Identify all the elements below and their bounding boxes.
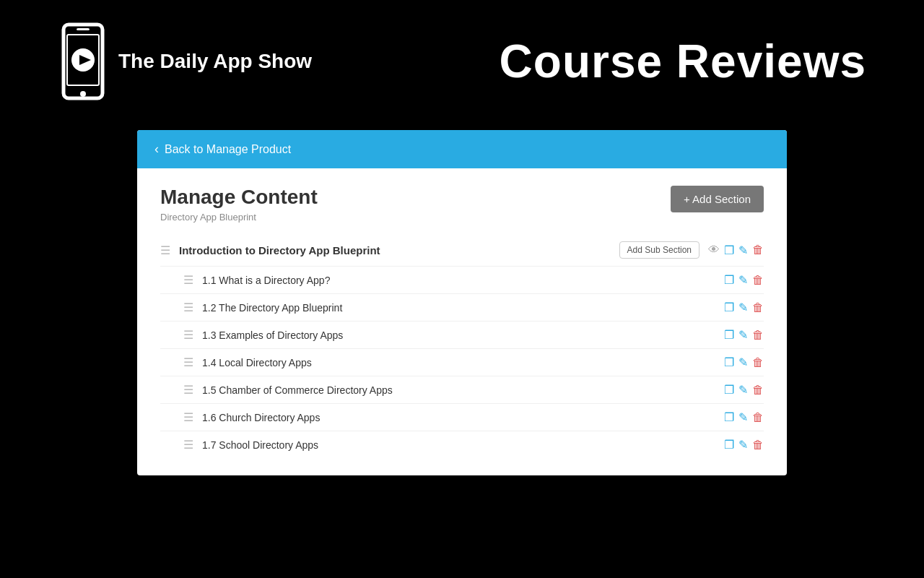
svg-point-2 (80, 91, 86, 97)
content-title-block: Manage Content Directory App Blueprint (160, 186, 318, 223)
copy-icon[interactable]: ❐ (724, 273, 734, 287)
section-actions: 👁 ❐ ✎ 🗑 (708, 243, 764, 257)
drag-handle-icon[interactable]: ☰ (183, 410, 193, 424)
edit-icon[interactable]: ✎ (738, 383, 748, 397)
sub-item-row: ☰ 1.7 School Directory Apps ❐ ✎ 🗑 (160, 431, 764, 458)
logo-icon (58, 22, 108, 101)
drag-handle-icon[interactable]: ☰ (183, 328, 193, 342)
drag-handle-icon[interactable]: ☰ (183, 301, 193, 314)
sub-item-actions: ❐ ✎ 🗑 (724, 301, 764, 314)
sub-item-row: ☰ 1.6 Church Directory Apps ❐ ✎ 🗑 (160, 404, 764, 431)
delete-icon[interactable]: 🗑 (752, 384, 764, 397)
sub-item-actions: ❐ ✎ 🗑 (724, 355, 764, 369)
logo-text: The Daily App Show (118, 50, 312, 73)
sub-item-label: 1.5 Chamber of Commerce Directory Apps (202, 384, 715, 396)
drag-handle-icon[interactable]: ☰ (160, 243, 170, 257)
delete-icon[interactable]: 🗑 (752, 439, 764, 452)
page-title: Course Reviews (500, 35, 866, 88)
edit-icon[interactable]: ✎ (738, 328, 748, 342)
sub-item-actions: ❐ ✎ 🗑 (724, 273, 764, 287)
main-container: ‹ Back to Manage Product Manage Content … (0, 116, 924, 475)
content-header: Manage Content Directory App Blueprint +… (137, 168, 787, 234)
sub-item-row: ☰ 1.3 Examples of Directory Apps ❐ ✎ 🗑 (160, 322, 764, 349)
edit-icon[interactable]: ✎ (738, 410, 748, 424)
copy-icon[interactable]: ❐ (724, 438, 734, 452)
sub-item-actions: ❐ ✎ 🗑 (724, 410, 764, 424)
svg-rect-3 (77, 28, 90, 30)
manage-content-subtitle: Directory App Blueprint (160, 212, 318, 223)
delete-icon[interactable]: 🗑 (752, 243, 764, 256)
copy-icon[interactable]: ❐ (724, 355, 734, 369)
sub-item-label: 1.7 School Directory Apps (202, 439, 715, 451)
sub-item-row: ☰ 1.5 Chamber of Commerce Directory Apps… (160, 376, 764, 404)
sub-item-row: ☰ 1.2 The Directory App Blueprint ❐ ✎ 🗑 (160, 294, 764, 322)
drag-handle-icon[interactable]: ☰ (183, 383, 193, 397)
edit-icon[interactable]: ✎ (738, 243, 748, 257)
delete-icon[interactable]: 🗑 (752, 329, 764, 342)
sub-item-actions: ❐ ✎ 🗑 (724, 383, 764, 397)
sub-item-label: 1.6 Church Directory Apps (202, 412, 715, 423)
edit-icon[interactable]: ✎ (738, 273, 748, 287)
copy-icon[interactable]: ❐ (724, 243, 734, 257)
delete-icon[interactable]: 🗑 (752, 356, 764, 369)
sub-item-row: ☰ 1.4 Local Directory Apps ❐ ✎ 🗑 (160, 349, 764, 376)
sub-item-label: 1.3 Examples of Directory Apps (202, 329, 715, 341)
copy-icon[interactable]: ❐ (724, 301, 734, 314)
preview-icon[interactable]: 👁 (708, 243, 720, 256)
back-nav[interactable]: ‹ Back to Manage Product (137, 130, 787, 168)
delete-icon[interactable]: 🗑 (752, 411, 764, 424)
edit-icon[interactable]: ✎ (738, 438, 748, 452)
drag-handle-icon[interactable]: ☰ (183, 355, 193, 369)
content-card: ‹ Back to Manage Product Manage Content … (137, 130, 787, 475)
copy-icon[interactable]: ❐ (724, 410, 734, 424)
top-header: The Daily App Show Course Reviews (0, 0, 924, 116)
back-nav-label: Back to Manage Product (165, 143, 291, 156)
logo-area: The Daily App Show (58, 22, 312, 101)
copy-icon[interactable]: ❐ (724, 328, 734, 342)
manage-content-title: Manage Content (160, 186, 318, 209)
delete-icon[interactable]: 🗑 (752, 274, 764, 287)
edit-icon[interactable]: ✎ (738, 355, 748, 369)
drag-handle-icon[interactable]: ☰ (183, 273, 193, 287)
sub-item-actions: ❐ ✎ 🗑 (724, 438, 764, 452)
section-title: Introduction to Directory App Blueprint (179, 244, 603, 256)
add-section-button[interactable]: + Add Section (671, 186, 764, 212)
section-list: ☰ Introduction to Directory App Blueprin… (137, 234, 787, 475)
section-header-row: ☰ Introduction to Directory App Blueprin… (160, 234, 764, 267)
sub-item-row: ☰ 1.1 What is a Directory App? ❐ ✎ 🗑 (160, 267, 764, 294)
sub-item-label: 1.2 The Directory App Blueprint (202, 302, 715, 314)
add-sub-section-button[interactable]: Add Sub Section (619, 241, 699, 259)
sub-item-label: 1.4 Local Directory Apps (202, 357, 715, 368)
copy-icon[interactable]: ❐ (724, 383, 734, 397)
delete-icon[interactable]: 🗑 (752, 301, 764, 314)
sub-item-actions: ❐ ✎ 🗑 (724, 328, 764, 342)
sub-item-label: 1.1 What is a Directory App? (202, 275, 715, 286)
drag-handle-icon[interactable]: ☰ (183, 438, 193, 452)
edit-icon[interactable]: ✎ (738, 301, 748, 314)
back-chevron-icon: ‹ (154, 142, 159, 157)
